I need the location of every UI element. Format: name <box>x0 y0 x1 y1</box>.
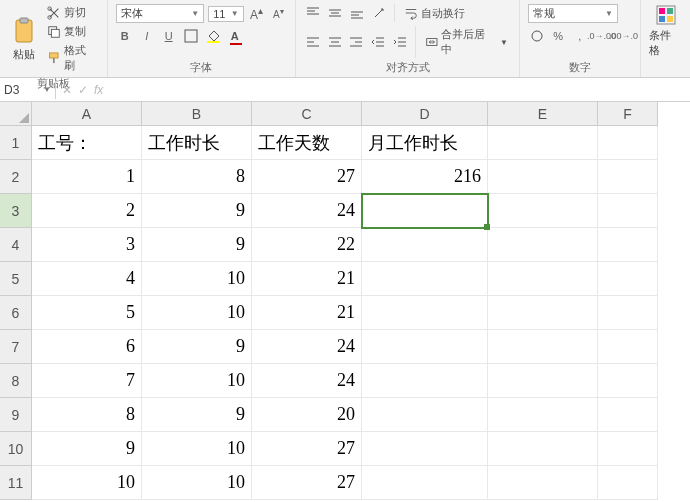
col-header-A[interactable]: A <box>32 102 142 126</box>
formula-input[interactable] <box>109 88 690 92</box>
cell[interactable]: 216 <box>362 160 488 194</box>
orientation-button[interactable] <box>370 4 388 22</box>
row-header[interactable]: 2 <box>0 160 32 194</box>
bold-button[interactable]: B <box>116 27 134 45</box>
cell[interactable]: 10 <box>142 466 252 500</box>
cell[interactable]: 9 <box>142 398 252 432</box>
cell[interactable]: 月工作时长 <box>362 126 488 160</box>
confirm-formula-button[interactable]: ✓ <box>78 83 88 97</box>
cell[interactable]: 10 <box>142 432 252 466</box>
fill-color-button[interactable] <box>204 27 222 45</box>
cell[interactable] <box>362 398 488 432</box>
cell[interactable] <box>488 194 598 228</box>
cell[interactable]: 5 <box>32 296 142 330</box>
percent-button[interactable]: % <box>550 27 567 45</box>
cell[interactable] <box>362 364 488 398</box>
row-header[interactable]: 8 <box>0 364 32 398</box>
cell[interactable]: 10 <box>142 296 252 330</box>
cell[interactable]: 10 <box>142 262 252 296</box>
cell[interactable]: 工号： <box>32 126 142 160</box>
col-header-B[interactable]: B <box>142 102 252 126</box>
cell[interactable] <box>362 262 488 296</box>
cell[interactable] <box>362 228 488 262</box>
cell[interactable] <box>362 432 488 466</box>
fx-button[interactable]: fx <box>94 83 103 97</box>
col-header-C[interactable]: C <box>252 102 362 126</box>
align-right-button[interactable] <box>348 33 366 51</box>
row-header[interactable]: 3 <box>0 194 32 228</box>
format-painter-button[interactable]: 格式刷 <box>44 42 99 74</box>
cell[interactable] <box>598 364 658 398</box>
cell[interactable] <box>362 330 488 364</box>
cell[interactable] <box>362 296 488 330</box>
border-button[interactable] <box>182 27 200 45</box>
decrease-font-button[interactable]: A▾ <box>269 5 287 23</box>
cut-button[interactable]: 剪切 <box>44 4 99 21</box>
cell[interactable] <box>488 296 598 330</box>
cell[interactable]: 10 <box>32 466 142 500</box>
underline-button[interactable]: U <box>160 27 178 45</box>
font-color-button[interactable]: A <box>226 27 244 45</box>
select-all-corner[interactable] <box>0 102 32 126</box>
row-header[interactable]: 11 <box>0 466 32 500</box>
row-header[interactable]: 4 <box>0 228 32 262</box>
cell[interactable]: 21 <box>252 296 362 330</box>
decrease-decimal-button[interactable]: .00→.0 <box>614 27 632 45</box>
italic-button[interactable]: I <box>138 27 156 45</box>
merge-center-button[interactable]: 合并后居中▼ <box>422 26 511 58</box>
cell[interactable]: 21 <box>252 262 362 296</box>
cell[interactable]: 27 <box>252 466 362 500</box>
cell[interactable] <box>488 160 598 194</box>
cell[interactable]: 6 <box>32 330 142 364</box>
align-top-button[interactable] <box>304 4 322 22</box>
cell[interactable]: 22 <box>252 228 362 262</box>
increase-indent-button[interactable] <box>391 33 409 51</box>
col-header-E[interactable]: E <box>488 102 598 126</box>
cell[interactable]: 27 <box>252 432 362 466</box>
cell[interactable] <box>598 160 658 194</box>
cell[interactable] <box>488 398 598 432</box>
row-header[interactable]: 9 <box>0 398 32 432</box>
cell[interactable] <box>488 330 598 364</box>
cell[interactable] <box>598 466 658 500</box>
font-size-select[interactable]: 11▼ <box>208 6 244 22</box>
name-box[interactable]: D3 ▼ <box>0 81 56 99</box>
cell[interactable] <box>488 364 598 398</box>
cell[interactable]: 24 <box>252 364 362 398</box>
cell[interactable] <box>488 466 598 500</box>
align-bottom-button[interactable] <box>348 4 366 22</box>
cell[interactable] <box>488 432 598 466</box>
cond-format-label[interactable]: 条件格 <box>649 28 682 58</box>
cell[interactable]: 4 <box>32 262 142 296</box>
cell[interactable] <box>598 126 658 160</box>
increase-font-button[interactable]: A▴ <box>248 5 266 23</box>
comma-button[interactable]: , <box>571 27 588 45</box>
cell[interactable] <box>488 126 598 160</box>
cell[interactable]: 9 <box>142 228 252 262</box>
increase-decimal-button[interactable]: .0→.00 <box>592 27 610 45</box>
decrease-indent-button[interactable] <box>369 33 387 51</box>
copy-button[interactable]: 复制 <box>44 23 99 40</box>
row-header[interactable]: 7 <box>0 330 32 364</box>
cell[interactable] <box>598 432 658 466</box>
cell[interactable]: 7 <box>32 364 142 398</box>
cell-selected[interactable] <box>362 194 488 228</box>
row-header[interactable]: 1 <box>0 126 32 160</box>
cell[interactable] <box>598 330 658 364</box>
cell[interactable] <box>362 466 488 500</box>
col-header-D[interactable]: D <box>362 102 488 126</box>
cell[interactable]: 1 <box>32 160 142 194</box>
cell[interactable] <box>598 296 658 330</box>
cell[interactable]: 8 <box>142 160 252 194</box>
font-name-select[interactable]: 宋体▼ <box>116 4 205 23</box>
cell[interactable]: 9 <box>142 194 252 228</box>
row-header[interactable]: 10 <box>0 432 32 466</box>
wrap-text-button[interactable]: 自动换行 <box>401 5 468 22</box>
row-header[interactable]: 5 <box>0 262 32 296</box>
paste-button[interactable]: 粘贴 <box>8 13 40 66</box>
cell[interactable]: 24 <box>252 194 362 228</box>
align-left-button[interactable] <box>304 33 322 51</box>
cell[interactable]: 10 <box>142 364 252 398</box>
cell[interactable]: 27 <box>252 160 362 194</box>
cell[interactable] <box>598 194 658 228</box>
